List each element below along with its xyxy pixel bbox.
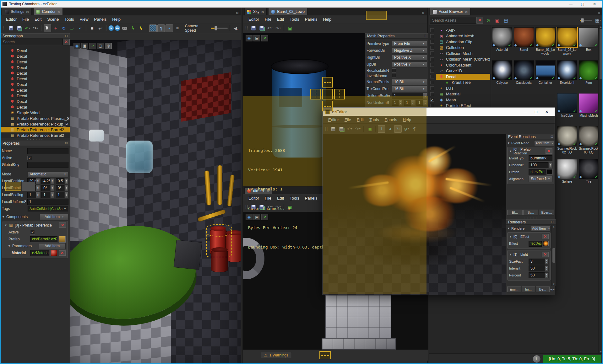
clear-search-icon[interactable]: ✕ <box>476 17 483 24</box>
tab-events[interactable]: Even... <box>539 210 554 215</box>
greybox-button[interactable]: ■ <box>88 24 96 32</box>
floating-titlebar[interactable]: ezEditor — □ ✕ <box>323 108 555 116</box>
tab-close-icon[interactable]: ⊠ <box>57 10 60 13</box>
eye-icon[interactable]: ◉ <box>246 35 253 41</box>
scaling-x-stepper[interactable]: 1▲▼ <box>27 192 40 198</box>
scenegraph-item[interactable]: ✽ Decal <box>1 76 70 82</box>
toolbar-grip[interactable]: ┊┊ <box>324 127 328 131</box>
asset-type-item[interactable]: ↗ Curve1D <box>429 68 490 74</box>
translate-tool-button[interactable]: + <box>52 24 59 32</box>
tab-scroll-left-icon[interactable]: ◀ <box>550 288 552 291</box>
collapse-icon[interactable]: ▼ <box>509 253 512 256</box>
tab-barrel-02-lowpoly[interactable]: Barrel_02_Lowp <box>268 8 307 15</box>
shape-icons-button[interactable]: • <box>166 24 173 32</box>
asset-type-item[interactable]: ▱ Collision Mesh (Convex) <box>429 56 490 62</box>
pane-float-icon[interactable]: ⊡ <box>65 34 68 38</box>
asset-type-item[interactable]: ▱ Collision Mesh <box>429 51 490 56</box>
scenegraph-item[interactable]: ✽ Decal <box>1 59 70 65</box>
mesh-properties-header[interactable]: Mesh Properties ⊡ <box>365 33 428 39</box>
percentage-stepper[interactable]: 50▲▼ <box>529 272 549 278</box>
asset-item[interactable]: ◆ ✓ Fern <box>578 60 599 85</box>
name-field[interactable] <box>27 148 68 154</box>
pause-sim-button[interactable]: ‖ <box>378 125 385 133</box>
material-asset-field[interactable]: ezMaterialAsset <box>30 250 49 256</box>
menu-item[interactable]: Edit <box>354 117 367 123</box>
position-z-stepper[interactable]: 0.5▲▼ <box>56 178 68 184</box>
add-event-reaction-button[interactable]: Add Item▾ <box>534 140 554 146</box>
transform-button[interactable]: ϟ <box>137 24 145 32</box>
tab-close-icon[interactable]: ⊠ <box>465 10 467 13</box>
invertnormals-checkbox[interactable] <box>392 74 396 78</box>
add-renderer-button[interactable]: Add Item▾ <box>531 226 551 232</box>
type-checkbox[interactable] <box>430 86 434 90</box>
tab-emitter[interactable]: Emi... <box>507 286 521 292</box>
asset-item[interactable]: ◆ ✓ Barrel <box>513 27 534 52</box>
scenegraph-search-input[interactable] <box>1 39 63 45</box>
render-mode-button[interactable] <box>149 24 157 32</box>
close-button[interactable]: ✕ <box>541 108 552 115</box>
reaction-prefab-field[interactable]: rk.ezPrefab <box>529 169 546 175</box>
camera-speed-slider[interactable] <box>211 28 228 29</box>
pane-float-icon[interactable]: ⊠ <box>419 11 427 15</box>
renderers-scrollbar[interactable]: ▲▼ <box>551 225 556 286</box>
asset-item[interactable]: ◆ ✓ Sphere <box>557 159 578 184</box>
play-from-button[interactable]: ▸▸ <box>115 25 120 31</box>
maximize-button[interactable]: ▢ <box>577 1 589 7</box>
tab-scroll-right-icon[interactable]: ▶ <box>553 288 555 291</box>
visualizers-button[interactable]: ¶ <box>410 125 418 133</box>
toolbar-grip[interactable]: ┊┊ <box>245 205 248 209</box>
scenegraph-header[interactable]: Scenegraph ⊡ <box>1 33 70 39</box>
pane-float-icon[interactable]: ⊡ <box>65 141 68 145</box>
type-checkbox[interactable] <box>430 46 434 50</box>
remove-renderer-button[interactable]: ✕ <box>542 234 549 239</box>
collapse-icon[interactable]: ▼ <box>4 224 7 227</box>
loop-button[interactable]: ↻ <box>394 125 402 133</box>
type-checkbox[interactable] <box>430 57 434 61</box>
forwarddir-dropdown[interactable]: Negative Z▼ <box>392 48 427 54</box>
collapse-icon[interactable]: ▼ <box>509 150 512 153</box>
scale-tool-button[interactable]: ▱ <box>68 24 76 32</box>
splitter[interactable]: ▪ ▪ ▪ ▪ ▪ ▪ <box>1 138 70 141</box>
tab-sky[interactable]: Sky ⊠ <box>244 8 267 15</box>
toolbar-grip[interactable]: ┊┊ <box>245 26 248 30</box>
pane-float-icon[interactable]: ⊡ <box>551 135 553 139</box>
prefab-asset-field[interactable]: cts/Barrel2.ezPrefab <box>30 236 57 242</box>
menu-item[interactable]: Edit <box>32 16 44 22</box>
collapse-icon[interactable]: ▼ <box>507 142 510 145</box>
renderers-header[interactable]: Renderers ⊡ <box>506 219 556 225</box>
scenegraph-item[interactable]: ✽ Decal <box>1 99 70 104</box>
effect-asset-field[interactable]: fectAsset <box>529 241 542 247</box>
asset-item[interactable]: ◆ ✓ Container <box>535 60 556 85</box>
transform-assets-button[interactable]: ▣ <box>493 17 501 24</box>
asset-item[interactable]: ◆ ✓ Box <box>578 27 599 52</box>
clear-search-icon[interactable]: ✕ <box>63 39 70 45</box>
layers-icon[interactable]: ▣ <box>253 35 260 41</box>
scaling-z-stepper[interactable]: 1▲▼ <box>56 192 68 198</box>
menu-item[interactable]: Panels <box>91 16 110 22</box>
asset-type-item[interactable]: ◗ ColorGradient <box>429 62 490 68</box>
save-button[interactable] <box>7 24 15 32</box>
properties-header[interactable]: Properties ⊡ <box>1 141 70 146</box>
scenegraph-item[interactable]: ✽ Decal <box>1 53 70 59</box>
normalprecision-dropdown[interactable]: 10 Bit▼ <box>392 79 427 85</box>
asset-type-item[interactable]: ◉ Animated Mesh <box>429 33 490 39</box>
expand-icon[interactable]: ↗ <box>261 35 268 41</box>
camera-icon[interactable]: ◎ <box>105 43 112 49</box>
type-checkbox[interactable] <box>430 51 434 55</box>
save-all-button[interactable] <box>15 24 23 32</box>
menu-item[interactable]: File <box>342 117 354 123</box>
component-active-checkbox[interactable]: ✓ <box>30 230 35 235</box>
menu-item[interactable]: Panels <box>302 16 320 22</box>
type-checkbox[interactable] <box>430 75 434 78</box>
position-y-stepper[interactable]: 4.25▲▼ <box>41 178 54 184</box>
scaling-y-stepper[interactable]: 1▲▼ <box>41 192 54 198</box>
scenegraph-item[interactable]: ▦ Prefab Reference: Pickup_P <box>1 121 70 127</box>
event-reactions-header[interactable]: Event Reactions ⊡ <box>506 134 555 139</box>
thumbnail-size-slider[interactable] <box>580 20 592 21</box>
scenegraph-item[interactable]: ▦ Prefab Reference: Barrel2 <box>1 132 70 138</box>
undo-button[interactable]: ↶▾ <box>24 24 31 32</box>
asset-type-item[interactable]: ▨ Collection <box>429 45 490 51</box>
tab-system[interactable]: Sy... <box>523 210 539 215</box>
menu-item[interactable]: Editor <box>325 117 342 123</box>
menu-item[interactable]: Editor <box>246 16 262 22</box>
